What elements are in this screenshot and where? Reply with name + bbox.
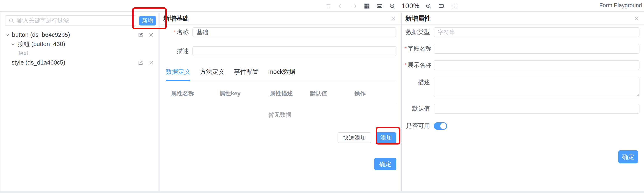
close-icon[interactable] bbox=[148, 60, 154, 65]
table-actions-row: 快速添加 添加 bbox=[160, 132, 396, 143]
new-basic-modal: 新增基础 *名称 描述 数据定义 方法定义 事件配置 mock数据 bbox=[160, 12, 401, 191]
enabled-toggle[interactable] bbox=[434, 122, 447, 130]
enabled-label: 是否可用 bbox=[404, 122, 434, 130]
display-name-row: *展示名称 bbox=[402, 60, 644, 70]
col-header: 属性描述 bbox=[270, 90, 310, 97]
attr-modal-footer: 确定 bbox=[402, 150, 638, 163]
app-title: Form Playground F bbox=[599, 2, 644, 9]
data-type-label: 数据类型 bbox=[404, 28, 434, 36]
fullscreen-icon[interactable] bbox=[450, 2, 458, 10]
tab-data-definition[interactable]: 数据定义 bbox=[166, 68, 190, 81]
add-property-button[interactable]: 添加 bbox=[376, 132, 396, 143]
modal-footer: 确定 bbox=[160, 158, 396, 170]
search-input[interactable] bbox=[17, 17, 132, 24]
new-basic-modal-header: 新增基础 bbox=[160, 12, 401, 25]
main-panels: 新增 button (ds_b64c92b5) 按钮 bbox=[0, 12, 644, 191]
field-name-field[interactable] bbox=[434, 44, 640, 54]
sidebar-divider bbox=[158, 12, 160, 191]
add-button[interactable]: 新增 bbox=[139, 16, 156, 25]
col-header: 属性名称 bbox=[171, 90, 220, 97]
zoom-in-icon[interactable] bbox=[425, 2, 432, 10]
col-header: 操作 bbox=[354, 90, 396, 97]
modal-title: 新增基础 bbox=[163, 14, 189, 23]
tree-item-anniu[interactable]: 按钮 (button_430) bbox=[0, 39, 158, 49]
data-source-tree: button (ds_b64c92b5) 按钮 (button_430) tex… bbox=[0, 30, 158, 67]
close-icon[interactable] bbox=[148, 32, 154, 38]
tree-item-label: 按钮 (button_430) bbox=[18, 40, 65, 48]
tab-mock-data[interactable]: mock数据 bbox=[268, 68, 295, 81]
tree-item-button[interactable]: button (ds_b64c92b5) bbox=[0, 30, 158, 39]
modal-title: 新增属性 bbox=[405, 14, 431, 23]
desc-form-row: 描述 bbox=[160, 46, 401, 56]
default-value-field[interactable] bbox=[434, 104, 640, 114]
tree-item-label: style (ds_d1a460c5) bbox=[12, 59, 65, 66]
display-name-label: *展示名称 bbox=[404, 61, 434, 69]
required-mark: * bbox=[404, 62, 407, 68]
undo-arrow-icon[interactable] bbox=[338, 2, 345, 10]
redo-arrow-icon[interactable] bbox=[350, 2, 358, 10]
chevron-down-icon[interactable] bbox=[4, 32, 10, 38]
page-bottom-strip bbox=[0, 191, 644, 193]
property-table-header: 属性名称 属性key 属性描述 默认值 操作 bbox=[163, 90, 396, 103]
name-label: *名称 bbox=[163, 28, 192, 36]
name-field[interactable] bbox=[192, 27, 396, 37]
component-tree-sidebar: 新增 button (ds_b64c92b5) 按钮 bbox=[0, 12, 158, 191]
col-header: 属性key bbox=[220, 90, 270, 97]
tree-item-label: button (ds_b64c92b5) bbox=[12, 31, 70, 38]
col-header: 默认值 bbox=[310, 90, 354, 97]
name-form-row: *名称 bbox=[160, 27, 401, 37]
confirm-button[interactable]: 确定 bbox=[374, 158, 396, 170]
field-name-label: *字段名称 bbox=[404, 45, 434, 53]
card-icon[interactable] bbox=[438, 2, 445, 10]
default-value-row: 默认值 bbox=[402, 104, 644, 114]
quick-add-button[interactable]: 快速添加 bbox=[338, 132, 371, 143]
close-icon[interactable] bbox=[633, 16, 639, 21]
attr-confirm-button[interactable]: 确定 bbox=[618, 150, 638, 163]
trash-icon[interactable] bbox=[325, 2, 332, 10]
required-mark: * bbox=[174, 29, 176, 35]
tree-item-actions bbox=[138, 30, 154, 39]
enabled-row: 是否可用 bbox=[402, 122, 644, 130]
desc-field[interactable] bbox=[192, 46, 396, 56]
edit-icon[interactable] bbox=[138, 32, 144, 38]
toggle-knob bbox=[440, 123, 446, 129]
empty-data-text: 暂无数据 bbox=[163, 103, 396, 127]
keyboard-icon[interactable] bbox=[376, 2, 383, 10]
attr-desc-label: 描述 bbox=[404, 78, 434, 87]
required-mark: * bbox=[404, 45, 407, 52]
tree-item-actions bbox=[138, 58, 154, 67]
form-playground-page: 100% Form Playground F 新增 bbox=[0, 0, 644, 193]
property-table: 属性名称 属性key 属性描述 默认值 操作 暂无数据 bbox=[163, 90, 396, 127]
zoom-out-icon[interactable] bbox=[388, 2, 396, 10]
tree-item-label: text bbox=[18, 50, 28, 57]
desc-label: 描述 bbox=[163, 47, 192, 55]
search-icon bbox=[9, 18, 14, 23]
tree-item-style[interactable]: style (ds_d1a460c5) bbox=[0, 58, 158, 67]
zoom-level: 100% bbox=[401, 2, 420, 10]
tree-item-text[interactable]: text bbox=[0, 49, 158, 58]
close-icon[interactable] bbox=[390, 16, 396, 21]
default-value-label: 默认值 bbox=[404, 105, 434, 113]
chevron-down-icon[interactable] bbox=[10, 41, 16, 47]
data-type-field[interactable] bbox=[434, 27, 640, 37]
field-name-row: *字段名称 bbox=[402, 44, 644, 54]
tab-event-config[interactable]: 事件配置 bbox=[234, 68, 259, 81]
display-name-field[interactable] bbox=[434, 60, 640, 70]
data-type-row: 数据类型 bbox=[402, 27, 644, 37]
tab-method-definition[interactable]: 方法定义 bbox=[200, 68, 224, 81]
new-attribute-modal-header: 新增属性 bbox=[402, 12, 644, 25]
edit-icon[interactable] bbox=[138, 60, 144, 65]
new-attribute-modal: 新增属性 数据类型 *字段名称 *展示名称 描述 bbox=[402, 12, 644, 191]
grid-icon[interactable] bbox=[363, 2, 370, 10]
canvas-toolbar: 100% bbox=[325, 0, 458, 12]
attr-desc-field[interactable] bbox=[434, 77, 640, 97]
tree-search-box[interactable] bbox=[5, 15, 136, 26]
attr-desc-row: 描述 bbox=[402, 77, 644, 97]
top-toolbar: 100% Form Playground F bbox=[0, 0, 644, 12]
modal-tabs: 数据定义 方法定义 事件配置 mock数据 bbox=[166, 68, 396, 81]
